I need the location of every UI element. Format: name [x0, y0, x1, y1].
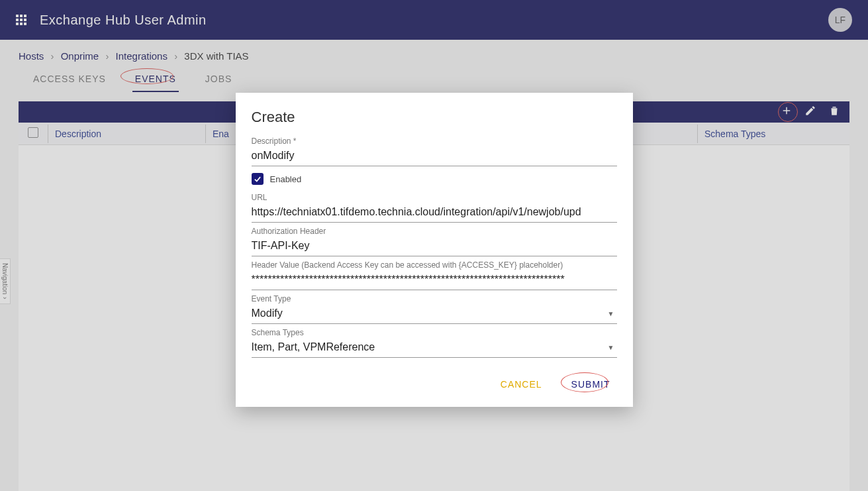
- schema-types-select[interactable]: [252, 339, 617, 358]
- header-value-label: Header Value (Backend Access Key can be …: [252, 260, 617, 270]
- chevron-down-icon: ▼: [608, 310, 614, 317]
- field-url: URL: [252, 193, 617, 223]
- header-value-input[interactable]: [252, 271, 617, 290]
- enabled-checkbox[interactable]: [252, 173, 264, 185]
- field-event-type: Event Type ▼: [252, 294, 617, 324]
- field-schema-types: Schema Types ▼: [252, 328, 617, 358]
- url-label: URL: [252, 193, 617, 202]
- event-type-label: Event Type: [252, 294, 617, 303]
- submit-button[interactable]: SUBMIT: [565, 374, 617, 395]
- modal-overlay: Create Description * Enabled URL Authori…: [0, 0, 868, 491]
- modal-actions: CANCEL SUBMIT: [252, 374, 617, 395]
- description-input[interactable]: [252, 147, 617, 166]
- event-type-select[interactable]: [252, 305, 617, 324]
- submit-label: SUBMIT: [571, 379, 610, 390]
- chevron-down-icon: ▼: [608, 344, 614, 351]
- auth-label: Authorization Header: [252, 227, 617, 236]
- field-description: Description *: [252, 136, 617, 166]
- cancel-button[interactable]: CANCEL: [494, 374, 549, 395]
- auth-input[interactable]: [252, 237, 617, 256]
- create-modal: Create Description * Enabled URL Authori…: [236, 93, 633, 407]
- modal-title: Create: [252, 109, 617, 126]
- url-input[interactable]: [252, 203, 617, 223]
- schema-types-label: Schema Types: [252, 328, 617, 337]
- enabled-label: Enabled: [270, 174, 302, 184]
- field-auth-header: Authorization Header: [252, 227, 617, 256]
- description-label: Description *: [252, 136, 617, 146]
- field-enabled: Enabled: [252, 173, 617, 185]
- field-header-value: Header Value (Backend Access Key can be …: [252, 260, 617, 290]
